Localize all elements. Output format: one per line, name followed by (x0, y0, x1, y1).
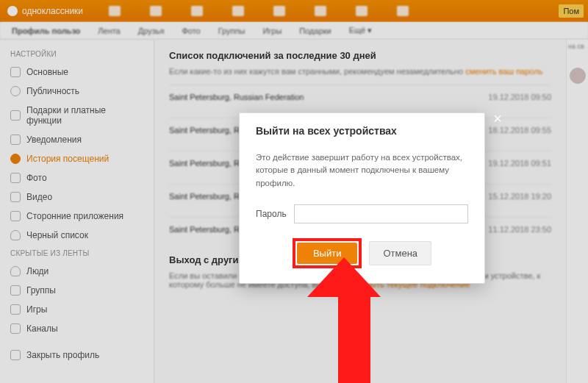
sidebar-section-settings: НАСТРОЙКИ (0, 46, 154, 62)
camera-icon (10, 173, 21, 183)
session-date: 18.12.2018 09:55 (488, 126, 551, 135)
sidebar-item-thirdparty[interactable]: Сторонние приложения (0, 207, 154, 226)
logout-submit-button[interactable]: Выйти (297, 243, 358, 264)
tab-more[interactable]: Ещё ▾ (349, 26, 373, 35)
sidebar-item-label: Люди (26, 266, 49, 276)
person-icon (10, 266, 21, 276)
session-date: 15.12.2018 19:20 (488, 192, 551, 201)
modal-password-row: Пароль (240, 194, 484, 225)
session-location: Saint Petersburg, R (169, 192, 240, 201)
sidebar-item-label: Основные (26, 67, 68, 77)
modal-title: Выйти на всех устройствах (240, 113, 484, 146)
logo-text: одноклассники (22, 6, 83, 16)
bell-icon (10, 135, 21, 145)
nav-guests-icon[interactable] (273, 6, 285, 16)
sidebar-item-history[interactable]: История посещений (0, 149, 154, 168)
nav-notifications-icon[interactable] (191, 6, 203, 16)
help-button[interactable]: Пом (559, 4, 584, 18)
modal-close-icon[interactable]: × (490, 112, 505, 126)
sidebar-item-label: Группы (26, 285, 56, 296)
nav-music-icon[interactable] (356, 6, 368, 16)
game-icon (10, 304, 21, 315)
sidebar-item-gifts[interactable]: Подарки и платные функции (0, 101, 154, 130)
session-location: Saint Petersburg, R (169, 159, 240, 168)
tab-gifts[interactable]: Подарки (299, 26, 331, 35)
sidebar-item-channels[interactable]: Каналы (0, 319, 154, 338)
logo[interactable]: одноклассники (7, 6, 83, 16)
tab-lenta[interactable]: Лента (98, 26, 120, 35)
subtext-text: Если какие-то из них кажутся вам странны… (169, 67, 465, 76)
sidebar-item-label: Черный список (26, 230, 88, 240)
password-label: Пароль (256, 209, 287, 219)
nav-discussions-icon[interactable] (150, 6, 162, 16)
profile-name: Профиль пользо (12, 26, 80, 35)
change-password-link[interactable]: сменить ваш пароль (465, 67, 542, 76)
sidebar-item-games[interactable]: Игры (0, 300, 154, 319)
tab-games[interactable]: Игры (262, 26, 282, 35)
sidebar-item-notifications[interactable]: Уведомления (0, 130, 154, 149)
apps-icon (10, 211, 21, 221)
sidebar-item-label: Закрыть профиль (26, 350, 99, 360)
sidebar-item-label: Видео (26, 192, 52, 202)
topbar: одноклассники Пом (0, 0, 588, 22)
nav-friends-icon[interactable] (232, 6, 244, 16)
session-date: 19.12.2018 09:50 (488, 93, 551, 101)
top-nav (109, 6, 409, 16)
sidebar-section-hidden: СКРЫТЫЕ ИЗ ЛЕНТЫ (0, 245, 154, 262)
right-caption: на св (568, 43, 584, 50)
session-location: Saint Petersburg, R (169, 126, 240, 135)
connections-subtext: Если какие-то из них кажутся вам странны… (169, 67, 551, 76)
sidebar-item-label: Каналы (26, 323, 58, 334)
cancel-button[interactable]: Отмена (369, 241, 431, 265)
ok-logo-icon (7, 6, 18, 16)
sidebar-item-label: История посещений (26, 154, 109, 164)
connections-title: Список подключений за последние 30 дней (169, 50, 551, 61)
sidebar-item-photo[interactable]: Фото (0, 168, 154, 187)
sidebar-item-label: Фото (26, 173, 47, 183)
sidebar-item-people[interactable]: Люди (0, 262, 154, 281)
password-input[interactable] (294, 204, 468, 223)
channel-icon (10, 323, 21, 334)
gift-icon (10, 110, 21, 121)
logout-all-modal: × Выйти на всех устройствах Это действие… (239, 112, 485, 284)
group-icon (10, 285, 21, 296)
clock-icon (10, 154, 21, 164)
sidebar-item-groups[interactable]: Группы (0, 281, 154, 300)
nav-events-icon[interactable] (315, 6, 326, 16)
sidebar-item-label: Подарки и платные функции (26, 105, 143, 126)
sidebar: НАСТРОЙКИ Основные Публичность Подарки и… (0, 40, 154, 383)
sidebar-item-publicity[interactable]: Публичность (0, 82, 154, 101)
right-column: на св (566, 40, 588, 383)
sidebar-item-main[interactable]: Основные (0, 62, 154, 82)
sidebar-item-label: Уведомления (26, 135, 82, 145)
modal-actions: Выйти Отмена (240, 225, 484, 283)
sidebar-item-label: Публичность (26, 86, 79, 96)
tab-groups[interactable]: Группы (218, 26, 245, 35)
nav-messages-icon[interactable] (109, 6, 121, 16)
tab-friends[interactable]: Друзья (138, 26, 165, 35)
lock-icon (10, 350, 21, 360)
sidebar-item-label: Игры (26, 304, 47, 315)
gear-icon (10, 67, 21, 77)
nav-video-icon[interactable] (397, 6, 409, 16)
sidebar-item-video[interactable]: Видео (0, 187, 154, 207)
tab-photo[interactable]: Фото (182, 26, 200, 35)
blocked-icon (10, 230, 21, 240)
globe-icon (10, 86, 21, 96)
sidebar-item-close-profile[interactable]: Закрыть профиль (0, 346, 154, 365)
highlight-box: Выйти (293, 238, 362, 268)
sidebar-item-blacklist[interactable]: Черный список (0, 226, 154, 245)
profile-tabs: Профиль пользо Лента Друзья Фото Группы … (0, 22, 588, 40)
video-icon (10, 192, 21, 202)
session-date: 19.12.2018 09:51 (488, 159, 551, 168)
session-date: 11.12.2018 23:50 (488, 225, 551, 234)
session-location: Saint Petersburg, Russian Federation (169, 93, 304, 101)
sidebar-item-label: Сторонние приложения (26, 211, 123, 221)
modal-body: Это действие завершит работу на всех уст… (240, 146, 484, 194)
avatar[interactable] (570, 68, 586, 84)
